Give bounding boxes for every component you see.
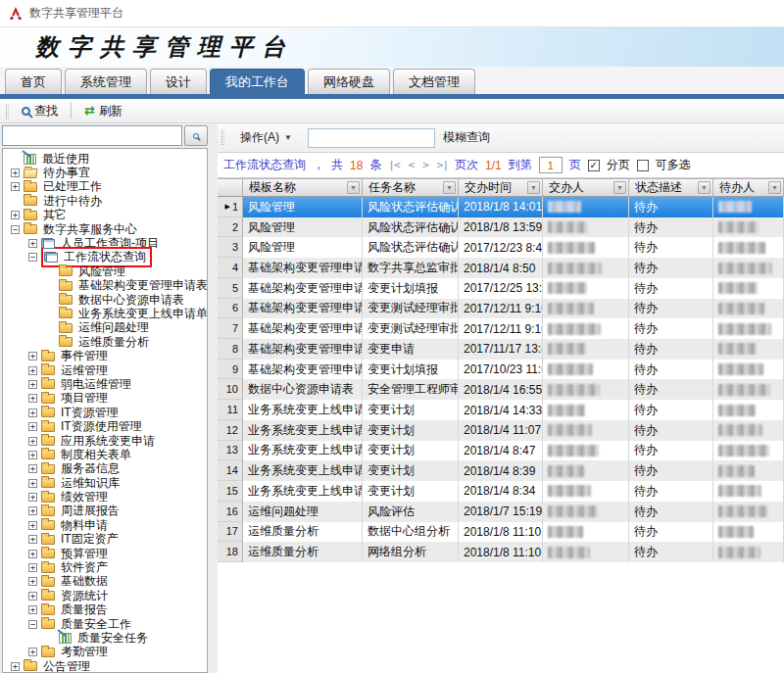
expand-icon[interactable]: + xyxy=(28,648,37,656)
table-row[interactable]: 17运维质量分析数据中心组分析2018/1/8 11:10待办 xyxy=(218,522,784,543)
table-row[interactable]: 5基础架构变更管理申请表变更计划填报2017/12/25 13:24待办 xyxy=(218,278,784,299)
time-cell: 2018/1/8 11:10 xyxy=(459,522,543,543)
table-row[interactable]: 8基础架构变更管理申请表变更申请2017/11/17 13:47待办 xyxy=(218,339,784,360)
expand-icon[interactable]: + xyxy=(11,182,20,191)
folder-icon xyxy=(41,365,55,375)
tree-item[interactable]: +已处理工作 xyxy=(3,180,207,194)
column-header[interactable]: 模板名称▼ xyxy=(243,179,363,196)
table-row[interactable]: 7基础架构变更管理申请表变更测试经理审批2017/12/11 9:10待办 xyxy=(218,318,784,339)
table-row[interactable]: 13业务系统变更上线申请单变更计划2018/1/4 8:47待办 xyxy=(218,441,784,461)
table-row[interactable]: 6基础架构变更管理申请表变更测试经理审批2017/12/11 9:10待办 xyxy=(218,299,784,319)
table-row[interactable]: 4基础架构变更管理申请表数字共享总监审批2018/1/4 8:50待办 xyxy=(218,258,784,278)
collapse-icon[interactable]: − xyxy=(28,253,37,262)
column-filter-dropdown-icon[interactable]: ▼ xyxy=(698,181,710,194)
tree-item[interactable]: 进行中待办 xyxy=(3,194,207,208)
expand-icon[interactable]: + xyxy=(28,422,37,431)
refresh-button[interactable]: ⇄ 刷新 xyxy=(77,100,129,122)
expand-icon[interactable]: + xyxy=(28,464,37,473)
collapse-icon[interactable]: − xyxy=(11,225,20,234)
column-filter-dropdown-icon[interactable]: ▼ xyxy=(527,181,540,194)
tree-item[interactable]: 最近使用 xyxy=(3,152,207,166)
fuzzy-query-button[interactable]: 模糊查询 xyxy=(443,129,490,146)
tree-search-button[interactable] xyxy=(184,125,208,146)
tab-2[interactable]: 设计 xyxy=(150,69,207,94)
expand-icon[interactable]: + xyxy=(28,366,37,375)
expand-icon[interactable]: + xyxy=(28,394,37,403)
tree-search-input[interactable] xyxy=(2,125,182,146)
paging-checkbox[interactable]: ✓ xyxy=(588,160,600,171)
find-button[interactable]: 查找 xyxy=(15,100,65,122)
table-row[interactable]: 12业务系统变更上线申请单变更计划2018/1/4 11:07待办 xyxy=(218,420,784,441)
prev-page-button[interactable]: < xyxy=(409,159,415,171)
column-filter-dropdown-icon[interactable]: ▼ xyxy=(347,181,360,194)
redacted-name xyxy=(718,323,771,335)
template-cell: 风险管理 xyxy=(243,237,363,258)
expand-icon[interactable]: + xyxy=(11,662,20,671)
tab-1[interactable]: 系统管理 xyxy=(65,69,147,94)
table-row[interactable]: 11业务系统变更上线申请单变更计划2018/1/4 14:33待办 xyxy=(218,400,784,420)
assignee-cell xyxy=(713,278,784,299)
goto-page-input[interactable] xyxy=(539,157,563,173)
redacted-name xyxy=(718,424,762,436)
column-header[interactable]: 交办时间▼ xyxy=(459,179,543,196)
table-row[interactable]: 15业务系统变更上线申请单变更计划2018/1/4 8:34待办 xyxy=(218,481,784,502)
column-filter-dropdown-icon[interactable]: ▼ xyxy=(613,181,626,194)
multiselect-checkbox[interactable] xyxy=(637,160,649,171)
expand-icon[interactable]: + xyxy=(11,168,20,177)
column-filter-dropdown-icon[interactable]: ▼ xyxy=(443,181,456,194)
redacted-name xyxy=(718,201,752,213)
first-page-button[interactable]: |< xyxy=(388,159,399,171)
time-cell: 2018/1/4 8:50 xyxy=(459,258,543,278)
expand-icon[interactable]: + xyxy=(28,592,37,601)
expand-icon[interactable]: + xyxy=(28,437,37,446)
tab-4[interactable]: 网络硬盘 xyxy=(308,69,390,94)
table-row[interactable]: 9基础架构变更管理申请表变更计划填报2017/10/23 11:06待办 xyxy=(218,360,784,380)
query-title-link[interactable]: 工作流状态查询 xyxy=(223,157,306,173)
table-row[interactable]: 10数据中心资源申请表安全管理工程师审批2018/1/4 16:55待办 xyxy=(218,379,784,400)
expand-icon[interactable]: + xyxy=(28,506,37,515)
column-filter-dropdown-icon[interactable]: ▼ xyxy=(768,181,781,194)
expand-icon[interactable]: + xyxy=(28,605,37,614)
expand-icon[interactable]: + xyxy=(28,380,37,389)
tab-0[interactable]: 首页 xyxy=(5,69,62,94)
fuzzy-query-input[interactable] xyxy=(308,128,435,148)
table-row[interactable]: 18运维质量分析网络组分析2018/1/8 11:10待办 xyxy=(218,542,784,562)
collapse-icon[interactable]: − xyxy=(28,620,37,629)
tree-item[interactable]: +考勤管理 xyxy=(3,646,207,659)
column-header[interactable]: 交办人▼ xyxy=(543,179,629,196)
operations-menu-button[interactable]: 操作(A) ▼ xyxy=(232,126,300,149)
total-prefix: 共 xyxy=(331,157,343,173)
table-row[interactable]: ▶1风险管理风险状态评估确认2018/1/8 14:01待办 xyxy=(218,197,784,217)
status-cell: 待办 xyxy=(629,278,713,299)
expand-icon[interactable]: + xyxy=(11,211,20,219)
expand-icon[interactable]: + xyxy=(28,550,37,558)
tab-5[interactable]: 文档管理 xyxy=(393,69,475,94)
row-number-cell: 18 xyxy=(218,542,243,562)
expand-icon[interactable]: + xyxy=(28,521,37,530)
table-row[interactable]: 2风险管理风险状态评估确认2018/1/8 13:59待办 xyxy=(218,217,784,238)
next-page-button[interactable]: > xyxy=(422,159,428,171)
column-header[interactable]: 任务名称▼ xyxy=(363,179,459,196)
expand-icon[interactable]: + xyxy=(28,577,37,586)
expand-icon[interactable]: + xyxy=(28,479,37,488)
expand-icon[interactable]: + xyxy=(28,352,37,361)
expand-icon[interactable]: + xyxy=(28,535,37,544)
table-row[interactable]: 3风险管理风险状态评估确认2017/12/23 8:44待办 xyxy=(218,237,784,258)
column-header[interactable]: 待办人▼ xyxy=(713,179,784,196)
last-page-button[interactable]: >| xyxy=(437,159,448,171)
column-header[interactable]: 状态描述▼ xyxy=(629,179,713,196)
expand-icon[interactable]: + xyxy=(28,409,37,417)
panel-splitter[interactable] xyxy=(210,123,218,673)
expand-icon[interactable]: + xyxy=(28,493,37,502)
expand-icon[interactable]: + xyxy=(28,563,37,572)
table-row[interactable]: 16运维问题处理风险评估2018/1/7 15:19待办 xyxy=(218,502,784,522)
redacted-name xyxy=(548,384,600,396)
time-cell: 2018/1/7 15:19 xyxy=(459,502,543,522)
expand-icon[interactable]: + xyxy=(28,239,37,248)
tree-item[interactable]: +待办事宜 xyxy=(3,166,207,179)
table-row[interactable]: 14业务系统变更上线申请单变更计划2018/1/4 8:39待办 xyxy=(218,460,784,481)
tree-item[interactable]: +公告管理 xyxy=(3,659,207,673)
tab-3[interactable]: 我的工作台 xyxy=(210,69,305,94)
expand-icon[interactable]: + xyxy=(28,451,37,459)
template-cell: 风险管理 xyxy=(243,217,363,238)
